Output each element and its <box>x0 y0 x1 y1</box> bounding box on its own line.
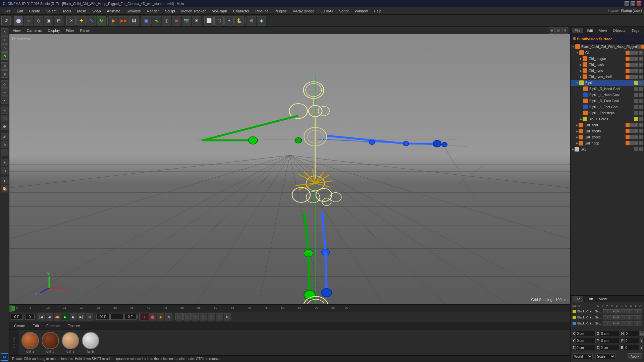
viewport-ctrl-1[interactable]: ⊞ <box>549 27 555 34</box>
menu-tools[interactable]: Tools <box>60 8 74 14</box>
motion-clip-6[interactable]: ⬛ <box>216 313 223 320</box>
titlebar-controls[interactable]: _ □ × <box>625 1 641 6</box>
cube-object[interactable]: ▣ <box>142 16 151 25</box>
rpb-tab-file[interactable]: File <box>572 296 583 302</box>
viewport-menu-cameras[interactable]: Cameras <box>25 28 43 33</box>
motion-clip-2[interactable]: ⬛ <box>183 313 191 320</box>
h-btn[interactable]: ▲ <box>640 331 644 336</box>
obj-tongue[interactable]: ▶ Girl_tongue ✕ ✕ <box>571 56 644 62</box>
mat-menu-function[interactable]: Function <box>44 323 63 328</box>
obj-eyes[interactable]: ▶ Girl_eyes ✕ ✕ <box>571 68 644 74</box>
tool-terrain[interactable]: ▲ <box>1 177 8 184</box>
menu-sculpt[interactable]: Sculpt <box>162 8 178 14</box>
particle-object[interactable]: ✦ <box>224 16 234 25</box>
rp-tab-objects[interactable]: Objects <box>610 28 628 33</box>
mode-object[interactable]: ⬤ <box>14 16 23 25</box>
select-tool[interactable]: ✕ <box>66 16 76 25</box>
undo-button[interactable]: ↺ <box>1 16 11 25</box>
b-input[interactable] <box>624 345 639 350</box>
rp-tab-tags[interactable]: Tags <box>629 28 642 33</box>
tool-magnet[interactable]: ⊛ <box>1 141 8 148</box>
tool-move[interactable]: ✛ <box>1 36 8 44</box>
current-frame-input[interactable]: 0 F <box>11 314 23 320</box>
render-preview[interactable]: ▶ <box>109 16 118 25</box>
tool-scale[interactable]: ⤡ <box>1 44 8 52</box>
lr3-c6[interactable] <box>625 321 629 325</box>
close-button[interactable]: × <box>637 1 641 6</box>
lr3-c2[interactable] <box>607 321 611 325</box>
tool-edge[interactable]: ─ <box>1 88 8 96</box>
rp-tab-bookmarks[interactable]: Bookmarks <box>643 28 644 33</box>
z2-input[interactable] <box>599 345 620 350</box>
menu-window[interactable]: Window <box>352 8 370 14</box>
menu-select[interactable]: Select <box>44 8 59 14</box>
menu-plugins[interactable]: Plugins <box>272 8 289 14</box>
end-frame-input[interactable]: 90 F <box>110 314 124 320</box>
z-input[interactable] <box>575 345 595 350</box>
tool-viewport-zoom[interactable]: ⊗ <box>1 70 8 78</box>
lr3-c5[interactable] <box>621 321 625 325</box>
del-key-button[interactable]: ✕ <box>165 313 172 320</box>
tool-select[interactable]: ↖ <box>1 28 8 36</box>
lr2-c8[interactable] <box>634 315 638 319</box>
lr2-c7[interactable] <box>629 315 633 319</box>
p-btn[interactable]: ▲ <box>640 338 643 343</box>
obj-sky[interactable]: ▶ Sky <box>571 146 644 152</box>
mode-edges[interactable]: ◇ <box>34 16 43 25</box>
plugin-icon[interactable]: M <box>1 353 8 361</box>
apply-button[interactable]: Apply <box>628 353 642 359</box>
frame-counter-2[interactable] <box>25 314 35 320</box>
light-object[interactable]: ☀ <box>192 16 201 25</box>
lr1-c6[interactable] <box>625 309 629 313</box>
rp-tab-file[interactable]: File <box>572 28 583 33</box>
tool-point[interactable]: • <box>1 97 8 104</box>
menu-file[interactable]: File <box>2 8 13 14</box>
lr3-c1[interactable] <box>603 321 607 325</box>
go-end-button[interactable]: ▶| <box>78 313 85 320</box>
menu-snap[interactable]: Snap <box>90 8 104 14</box>
tool-polygon[interactable]: ◇ <box>1 80 8 88</box>
mode-poly[interactable]: ▣ <box>44 16 53 25</box>
go-start-button[interactable]: |◀ <box>38 313 45 320</box>
lower-row-1[interactable]: Black_Child_Girl_With_Hoop_Rigged_Geomet… <box>571 308 643 314</box>
obj-bip01[interactable]: ▼ Bip01 <box>571 80 644 86</box>
lr3-c8[interactable] <box>634 321 638 325</box>
key-button[interactable]: ◆ <box>157 313 164 320</box>
obj-root[interactable]: ▼ Black_Child_Girl_With_Hoop_Rigged <box>571 44 644 50</box>
menu-character[interactable]: Character <box>230 8 252 14</box>
spline-object[interactable]: ∿ <box>152 16 161 25</box>
python-object[interactable]: 🐍 <box>234 16 244 25</box>
obj-shirt[interactable]: ▶ Girl_shirt ✕ ✕ <box>571 122 644 128</box>
start-frame-input[interactable] <box>96 314 110 320</box>
rotate-tool[interactable]: ↻ <box>97 16 106 25</box>
mat-menu-texture[interactable]: Texture <box>65 323 83 328</box>
obj-lhand[interactable]: Bip01_L_Hand.Goal <box>571 92 644 98</box>
rp-tab-edit[interactable]: Edit <box>584 28 596 33</box>
lr1-c2[interactable] <box>607 309 611 313</box>
timeline-ruler[interactable]: 0 5 10 15 20 25 30 35 40 45 50 55 60 65 … <box>9 305 570 312</box>
tool-viewport-move[interactable]: ⊕ <box>1 62 8 70</box>
lr1-c8[interactable] <box>634 309 638 313</box>
h-input[interactable] <box>625 331 640 336</box>
lr3-c3[interactable]: ✕ <box>612 321 616 325</box>
viewport[interactable]: X Y Z Perspective Grid Spacing : 100 cm <box>9 34 570 304</box>
lr1-c5[interactable] <box>621 309 625 313</box>
lr1-c9[interactable]: ↓ <box>638 309 642 313</box>
motion-clip-5[interactable]: ⬛ <box>208 313 215 320</box>
mat-menu-create[interactable]: Create <box>11 323 28 328</box>
obj-girl[interactable]: ▼ Girl ✕ ✕ <box>571 50 644 56</box>
deformer-object[interactable]: ≋ <box>172 16 181 25</box>
menu-render[interactable]: Render <box>144 8 162 14</box>
lower-row-2[interactable]: Black_Child_Girl_With_Hoop_Rigged_Bones … <box>571 314 643 320</box>
next-frame-button[interactable]: ▶ <box>70 313 77 320</box>
mode-points[interactable]: ○ <box>24 16 33 25</box>
world-select[interactable]: World Local <box>573 353 593 359</box>
auto-key-button[interactable]: ⬤ <box>149 313 156 320</box>
lr2-c2[interactable] <box>607 315 611 319</box>
lr1-c4[interactable]: ✕ <box>616 309 620 313</box>
fps-input[interactable] <box>124 314 137 320</box>
obj-rhand[interactable]: Bip01_R_Hand.Goal <box>571 86 644 92</box>
tool-knife[interactable]: ✂ <box>1 107 8 114</box>
lr3-c4[interactable]: ✕ <box>616 321 620 325</box>
b-btn[interactable]: ▲ <box>640 345 643 350</box>
